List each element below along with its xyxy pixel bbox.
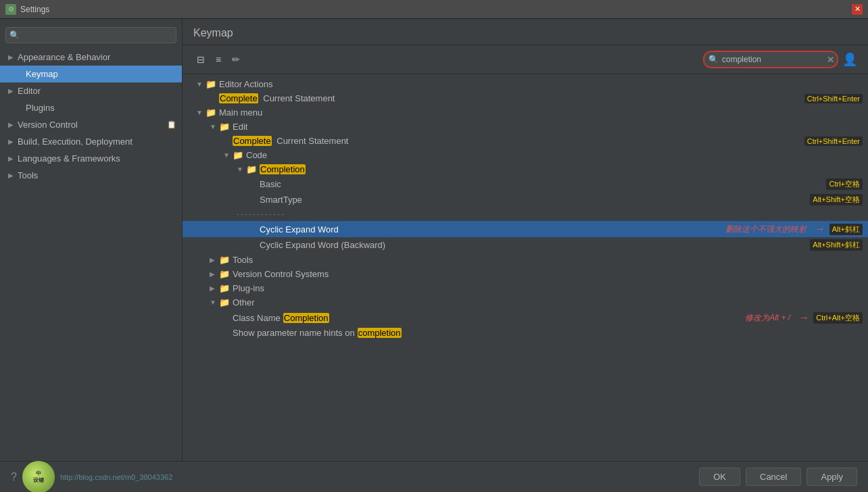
search-clear-button[interactable]: ✕	[827, 55, 834, 65]
expand-arrow: ▼	[210, 123, 216, 130]
tree-row-plug-ins[interactable]: ▶ 📁 Plug-ins	[183, 281, 868, 295]
row-label: Class Name Completion	[233, 313, 489, 323]
bottom-bar: ? 中设键 http://blog.csdn.net/m0_38043362 O…	[0, 461, 868, 492]
highlight-text: Complete	[219, 93, 258, 103]
expand-arrow: ▶	[210, 270, 216, 278]
sidebar-search-wrapper: 🔍	[5, 27, 176, 43]
content-panel: Keymap ⊟ ≡ ✏ 🔍 ✕ 👤	[183, 19, 868, 461]
expand-arrow: ▼	[210, 299, 216, 306]
arrow-icon: ▶	[8, 121, 15, 128]
sidebar: 🔍 ▶ Appearance & Behavior Keymap ▶ Edito…	[0, 19, 183, 461]
title-bar: ⚙ Settings ✕	[0, 0, 868, 19]
expand-arrow: ▶	[210, 256, 216, 264]
row-label: Version Control Systems	[233, 269, 863, 279]
sidebar-item-build[interactable]: ▶ Build, Execution, Deployment	[0, 133, 182, 150]
folder-icon: 📁	[219, 269, 230, 279]
sidebar-item-label: Appearance & Behavior	[18, 52, 110, 62]
tree-row-class-name[interactable]: Class Name Completion 修改为Alt + / → Ctrl+…	[183, 310, 868, 326]
tree-row-completion-folder[interactable]: ▼ 📁 Completion	[183, 162, 868, 176]
edit-shortcut-button[interactable]: ✏	[228, 52, 243, 67]
row-label: Other	[233, 297, 863, 308]
sidebar-item-label: Languages & Frameworks	[18, 153, 120, 164]
help-button[interactable]: ?	[11, 471, 17, 483]
collapse-all-button[interactable]: ≡	[211, 52, 226, 67]
content-title: Keymap	[183, 19, 868, 45]
tree-row-show-param[interactable]: Show parameter name hints on completion	[183, 326, 868, 340]
search-right: 🔍 ✕ 👤	[703, 51, 857, 68]
tree-row-smarttype[interactable]: SmartType Alt+Shift+空格	[183, 192, 868, 207]
arrow-icon: ▶	[8, 53, 15, 61]
window-title: Settings	[20, 5, 49, 14]
sidebar-search-input[interactable]	[5, 27, 176, 43]
sidebar-item-label: Editor	[18, 86, 41, 96]
expand-arrow: ▼	[223, 151, 230, 159]
shortcut-badge: Ctrl+空格	[826, 178, 863, 190]
folder-icon: 📁	[206, 107, 216, 118]
shortcut-badge: Alt+斜杠	[829, 224, 863, 235]
tree-row-other[interactable]: ▼ 📁 Other	[183, 295, 868, 310]
annotation-arrow2: →	[798, 312, 809, 324]
tree-row-editor-actions[interactable]: ▼ 📁 Editor Actions	[183, 77, 868, 91]
sidebar-item-plugins[interactable]: Plugins	[0, 99, 182, 116]
sidebar-item-tools[interactable]: ▶ Tools	[0, 167, 182, 184]
row-label: Code	[246, 150, 863, 160]
tree-row-main-menu[interactable]: ▼ 📁 Main menu	[183, 105, 868, 120]
bottom-right: OK Cancel Apply	[699, 468, 857, 486]
lime-text: 中设键	[33, 470, 44, 483]
sidebar-item-languages[interactable]: ▶ Languages & Frameworks	[0, 150, 182, 167]
sidebar-item-keymap[interactable]: Keymap	[0, 66, 182, 82]
row-label: Editor Actions	[219, 79, 863, 89]
keymap-search-input[interactable]	[703, 51, 838, 68]
tree-row-vcs[interactable]: ▶ 📁 Version Control Systems	[183, 267, 868, 281]
folder-icon: 📁	[219, 283, 230, 293]
shortcut-badge: Alt+Shift+斜杠	[810, 239, 863, 251]
shortcut-badge: Ctrl+Shift+Enter	[804, 94, 863, 103]
folder-icon: 📁	[246, 164, 257, 174]
arrow-icon: ▶	[8, 138, 15, 145]
highlight-text: Completion	[283, 313, 329, 323]
tree-row-basic[interactable]: Basic Ctrl+空格	[183, 176, 868, 192]
tree-row-cyclic-expand[interactable]: Cyclic Expand Word 删除这个不强大的映射 → Alt+斜杠	[183, 221, 868, 237]
folder-icon: 📁	[219, 255, 230, 265]
url-text: http://blog.csdn.net/m0_38043362	[60, 473, 172, 481]
folder-icon: 📁	[233, 150, 243, 160]
expand-all-button[interactable]: ⊟	[193, 52, 208, 67]
cancel-button[interactable]: Cancel	[746, 468, 801, 486]
row-label: SmartType	[260, 195, 810, 205]
keymap-toolbar: ⊟ ≡ ✏ 🔍 ✕ 👤	[183, 45, 868, 74]
tree-row-cyclic-expand-back[interactable]: Cyclic Expand Word (Backward) Alt+Shift+…	[183, 237, 868, 253]
sidebar-item-version-control[interactable]: ▶ Version Control 📋	[0, 116, 182, 133]
sidebar-item-editor[interactable]: ▶ Editor	[0, 82, 182, 99]
sidebar-item-appearance[interactable]: ▶ Appearance & Behavior	[0, 49, 182, 66]
arrow-icon: ▶	[8, 172, 15, 179]
tree-row-complete-current-2[interactable]: Complete Current Statement Ctrl+Shift+En…	[183, 134, 868, 148]
arrow-icon: ▶	[8, 87, 15, 95]
highlight-text: Complete	[233, 136, 272, 146]
app-icon: ⚙	[5, 4, 16, 15]
row-label: Complete Current Statement	[219, 93, 804, 103]
keymap-toolbar-left: ⊟ ≡ ✏	[193, 52, 243, 67]
row-label: Main menu	[219, 107, 863, 118]
row-label: Complete Current Statement	[233, 136, 804, 146]
tree-row-edit[interactable]: ▼ 📁 Edit	[183, 120, 868, 134]
main-layout: 🔍 ▶ Appearance & Behavior Keymap ▶ Edito…	[0, 19, 868, 461]
shortcut-badge: Ctrl+Shift+Enter	[804, 137, 863, 146]
search-icon: 🔍	[708, 55, 719, 64]
row-label: Cyclic Expand Word (Backward)	[260, 240, 810, 250]
ok-button[interactable]: OK	[699, 468, 740, 486]
row-label: Show parameter name hints on completion	[233, 328, 863, 338]
highlight-text: Completion	[260, 164, 306, 174]
tree-row-code[interactable]: ▼ 📁 Code	[183, 148, 868, 162]
separator-line: ------------	[183, 207, 868, 221]
sidebar-search-icon: 🔍	[9, 30, 20, 40]
apply-button[interactable]: Apply	[806, 468, 857, 486]
lime-logo: 中设键	[22, 461, 55, 493]
expand-arrow: ▼	[196, 80, 203, 88]
annotation-arrow: →	[815, 223, 825, 235]
tree-row-complete-current-1[interactable]: Complete Current Statement Ctrl+Shift+En…	[183, 91, 868, 105]
close-button[interactable]: ✕	[852, 4, 863, 15]
person-icon[interactable]: 👤	[842, 52, 857, 67]
tree-row-tools[interactable]: ▶ 📁 Tools	[183, 253, 868, 267]
sidebar-item-label: Plugins	[26, 103, 55, 113]
icon-toolbar: ⊟ ≡ ✏	[193, 52, 243, 67]
